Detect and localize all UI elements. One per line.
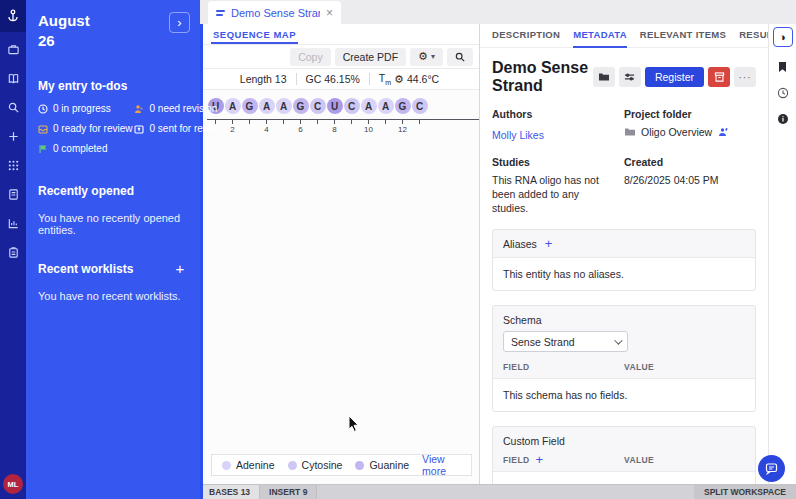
- todo-in-progress[interactable]: 0 in progress: [38, 103, 132, 114]
- base-circle[interactable]: C: [344, 98, 360, 114]
- base-circle[interactable]: A: [361, 98, 377, 114]
- sliders-icon: [624, 72, 635, 82]
- base-circle[interactable]: A: [276, 98, 292, 114]
- registry-icon[interactable]: [0, 181, 26, 208]
- insights-icon[interactable]: [0, 210, 26, 237]
- todo-need-revision[interactable]: 0 need revision: [134, 103, 222, 114]
- sequence-toolbar: Copy Create PDF ⚙ ▾: [200, 45, 479, 69]
- entity-title: Demo Sense Strand: [492, 59, 593, 95]
- todo-label: 0 ready for review: [53, 123, 132, 134]
- document-tab-bar: Demo Sense Strand ×: [200, 0, 796, 24]
- copy-button[interactable]: Copy: [290, 48, 331, 66]
- studies-empty-text: This RNA oligo has not been added to any…: [492, 173, 624, 215]
- custom-fields-empty-text: This entity has no custom fields.: [493, 471, 755, 484]
- worklists-empty-text: You have no recent worklists.: [26, 276, 200, 302]
- bookmark-icon[interactable]: [777, 61, 788, 73]
- folder-icon: [598, 72, 610, 82]
- sequence-ruler: 24681012: [207, 119, 479, 134]
- base-cell: A: [360, 98, 377, 114]
- user-avatar[interactable]: ML: [3, 474, 23, 494]
- base-circle[interactable]: A: [259, 98, 275, 114]
- aliases-card: Aliases + This entity has no aliases.: [492, 229, 756, 291]
- shared-access-icon[interactable]: [717, 127, 728, 138]
- view-more-link[interactable]: View more: [422, 453, 461, 477]
- tab-sequence-map[interactable]: SEQUENCE MAP: [211, 24, 298, 44]
- todo-label: 0 in progress: [53, 103, 111, 114]
- recently-opened-empty-text: You have no recently opened entities.: [26, 198, 200, 236]
- base-circle[interactable]: A: [225, 98, 241, 114]
- sequence-settings-button[interactable]: ⚙ ▾: [410, 48, 443, 66]
- requests-icon[interactable]: [0, 239, 26, 266]
- field-settings-button[interactable]: [619, 67, 641, 87]
- archive-button[interactable]: [708, 67, 730, 87]
- base-row: UAGAAGCUCAAGC: [200, 90, 479, 114]
- tab-description[interactable]: DESCRIPTION: [492, 24, 560, 48]
- tab-relevant-items[interactable]: RELEVANT ITEMS: [640, 24, 726, 48]
- sequence-map-panel: SEQUENCE MAP Copy Create PDF ⚙ ▾: [200, 24, 480, 484]
- panel-toggle-button[interactable]: ◑: [773, 27, 793, 47]
- ruler-tick: 2: [224, 120, 241, 134]
- sequence-search-button[interactable]: [447, 48, 473, 66]
- person-edit-icon: [134, 104, 144, 114]
- schema-select[interactable]: Sense Strand: [503, 331, 628, 352]
- base-cell: C: [343, 98, 360, 114]
- notebook-icon[interactable]: [0, 65, 26, 92]
- base-circle[interactable]: C: [412, 98, 428, 114]
- apps-grid-icon[interactable]: [0, 152, 26, 179]
- base-circle[interactable]: G: [293, 98, 309, 114]
- base-circle[interactable]: G: [242, 98, 258, 114]
- base-circle[interactable]: G: [395, 98, 411, 114]
- todo-completed[interactable]: 0 completed: [38, 143, 132, 154]
- add-worklist-button[interactable]: +: [170, 258, 190, 278]
- sidebar: August 26 › My entry to-dos 0 in progres…: [26, 0, 200, 499]
- create-plus-icon[interactable]: [0, 123, 26, 150]
- todo-label: 0 completed: [53, 143, 107, 154]
- tm-settings-gear-icon[interactable]: ⚙: [394, 73, 404, 86]
- todo-sent-for-review[interactable]: 0 sent for review: [134, 123, 222, 134]
- project-folder-value[interactable]: Oligo Overview: [641, 125, 712, 139]
- gear-icon: ⚙: [418, 51, 428, 62]
- legend-label: Guanine: [369, 459, 409, 471]
- close-tab-icon[interactable]: ×: [326, 6, 333, 20]
- worklists-title: Recent worklists +: [26, 262, 200, 276]
- tab-demo-sense-strand[interactable]: Demo Sense Strand ×: [208, 1, 341, 24]
- history-clock-icon[interactable]: [777, 87, 789, 99]
- legend-item: Guanine: [355, 459, 409, 471]
- ruler-tick: 6: [292, 120, 309, 134]
- schema-field-column-header: FIELD: [503, 362, 624, 372]
- todo-ready-for-review[interactable]: 0 ready for review: [38, 123, 132, 134]
- sidebar-expand-button[interactable]: ›: [169, 12, 190, 33]
- sequence-canvas[interactable]: UAGAAGCUCAAGC 24681012 AdenineCytosineGu…: [200, 90, 479, 484]
- caret-down-icon: ▾: [431, 52, 435, 61]
- author-link[interactable]: Molly Likes: [492, 129, 558, 141]
- move-to-folder-button[interactable]: [593, 67, 615, 87]
- panel-accent-strip: [200, 24, 203, 499]
- base-circle[interactable]: U: [327, 98, 343, 114]
- more-actions-button[interactable]: ···: [734, 67, 756, 87]
- inbox-yellow-icon: [38, 124, 48, 134]
- base-circle[interactable]: C: [310, 98, 326, 114]
- bases-tab[interactable]: BASES 13: [200, 485, 260, 499]
- base-circle[interactable]: A: [378, 98, 394, 114]
- base-cell: C: [411, 98, 428, 114]
- tm-stat[interactable]: Tm ⚙ 44.6°C: [379, 72, 439, 86]
- todo-status-grid: 0 in progress 0 need revision 0 ready fo…: [26, 93, 200, 154]
- add-custom-field-button[interactable]: +: [536, 455, 544, 465]
- split-workspace-button[interactable]: SPLIT WORKSPACE: [694, 485, 796, 499]
- insert-tab[interactable]: INSERT 9: [260, 485, 317, 499]
- register-button[interactable]: Register: [645, 67, 704, 87]
- projects-icon[interactable]: [0, 36, 26, 63]
- benchling-logo-icon[interactable]: [0, 0, 26, 32]
- create-pdf-button[interactable]: Create PDF: [335, 48, 406, 66]
- legend-dot-icon: [355, 461, 364, 470]
- length-stat: Length 13: [240, 73, 287, 85]
- gc-stat: GC 46.15%: [306, 73, 360, 85]
- schema-value-column-header: VALUE: [624, 362, 745, 372]
- tab-metadata[interactable]: METADATA: [573, 24, 627, 48]
- add-alias-button[interactable]: +: [545, 239, 553, 249]
- custom-fields-title: Custom Field: [503, 435, 565, 447]
- base-cell: A: [258, 98, 275, 114]
- search-icon[interactable]: [0, 94, 26, 121]
- info-icon[interactable]: [777, 113, 789, 125]
- help-chat-button[interactable]: [758, 455, 785, 482]
